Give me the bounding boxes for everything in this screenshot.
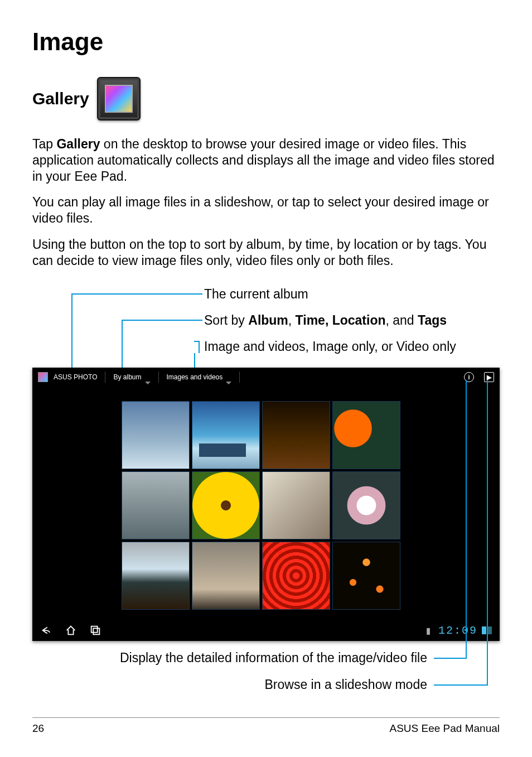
- photo-thumbnail[interactable]: [332, 542, 400, 610]
- tablet-nav-bar: ▮ 12:09: [32, 620, 500, 641]
- gallery-mini-icon: [38, 372, 48, 382]
- page-footer: 26 ASUS Eee Pad Manual: [32, 717, 500, 735]
- wifi-icon: [482, 626, 486, 634]
- callout-slideshow: Browse in a slideshow mode: [265, 677, 427, 693]
- photo-thumbnail[interactable]: [192, 401, 260, 469]
- photo-thumbnail[interactable]: [122, 542, 190, 610]
- photo-thumbnail[interactable]: [262, 542, 330, 610]
- sort-dropdown[interactable]: By album: [113, 373, 141, 381]
- photo-thumbnail[interactable]: [262, 471, 330, 539]
- leader-line: [434, 684, 488, 686]
- intro-paragraph-1: Tap Gallery on the desktop to browse you…: [32, 136, 500, 184]
- tablet-screenshot: ASUS PHOTO By album Images and videos i …: [32, 368, 500, 641]
- text: Tags: [418, 313, 447, 327]
- divider: [105, 372, 105, 383]
- svg-rect-0: [91, 626, 98, 633]
- photo-thumbnail[interactable]: [262, 401, 330, 469]
- text: Time, Location: [296, 313, 386, 327]
- text: ,: [288, 313, 296, 327]
- manual-title: ASUS Eee Pad Manual: [389, 722, 500, 735]
- divider: [239, 372, 240, 383]
- callout-filter: Image and videos, Image only, or Video o…: [204, 339, 456, 355]
- text: Sort by: [204, 313, 248, 327]
- leader-line: [71, 293, 202, 295]
- leader-bracket: [194, 341, 200, 353]
- text: , and: [386, 313, 418, 327]
- photo-thumbnail[interactable]: [192, 542, 260, 610]
- chevron-down-icon: [145, 382, 151, 384]
- photo-thumbnail[interactable]: [122, 471, 190, 539]
- photo-thumbnail[interactable]: [332, 471, 400, 539]
- leader-line: [122, 320, 202, 321]
- text: Tap: [32, 137, 56, 151]
- bold-gallery: Gallery: [56, 137, 100, 151]
- chevron-down-icon: [226, 382, 231, 384]
- photo-thumbnail[interactable]: [332, 401, 400, 469]
- photo-thumbnail[interactable]: [122, 401, 190, 469]
- leader-line: [466, 380, 467, 658]
- gallery-heading-row: Gallery: [32, 77, 500, 120]
- photo-thumbnail[interactable]: [192, 471, 260, 539]
- filter-dropdown[interactable]: Images and videos: [167, 373, 223, 381]
- callout-detail-info: Display the detailed information of the …: [120, 650, 427, 666]
- tablet-action-bar: ASUS PHOTO By album Images and videos i …: [32, 368, 500, 387]
- clock-time: 12:09: [438, 624, 477, 637]
- app-name-label: ASUS PHOTO: [54, 373, 97, 381]
- gallery-app-icon: [97, 77, 141, 120]
- text: on the desktop to browse your desired im…: [32, 137, 494, 184]
- page-title: Image: [32, 28, 500, 56]
- callout-current-album: The current album: [204, 287, 308, 302]
- leader-line: [434, 658, 467, 659]
- page-number: 26: [32, 722, 44, 735]
- divider: [158, 372, 159, 383]
- gallery-icon-art: [105, 85, 133, 113]
- leader-line: [487, 380, 488, 684]
- slideshow-button[interactable]: ▶: [484, 372, 494, 382]
- section-heading: Gallery: [32, 89, 89, 108]
- photo-grid: [122, 401, 400, 610]
- back-icon[interactable]: [40, 624, 52, 637]
- sd-card-icon: ▮: [425, 624, 433, 638]
- intro-paragraph-3: Using the button on the top to sort by a…: [32, 237, 500, 269]
- home-icon[interactable]: [65, 624, 77, 637]
- status-area[interactable]: ▮ 12:09: [425, 624, 492, 638]
- leader-line: [122, 320, 123, 372]
- callout-sort: Sort by Album, Time, Location, and Tags: [204, 313, 447, 329]
- recent-apps-icon[interactable]: [89, 624, 101, 637]
- annotated-screenshot: The current album Sort by Album, Time, L…: [32, 285, 500, 709]
- leader-line: [71, 293, 72, 372]
- text: Album: [248, 313, 288, 327]
- svg-rect-1: [93, 629, 99, 635]
- intro-paragraph-2: You can play all image files in a slides…: [32, 194, 500, 226]
- battery-icon: [487, 626, 492, 634]
